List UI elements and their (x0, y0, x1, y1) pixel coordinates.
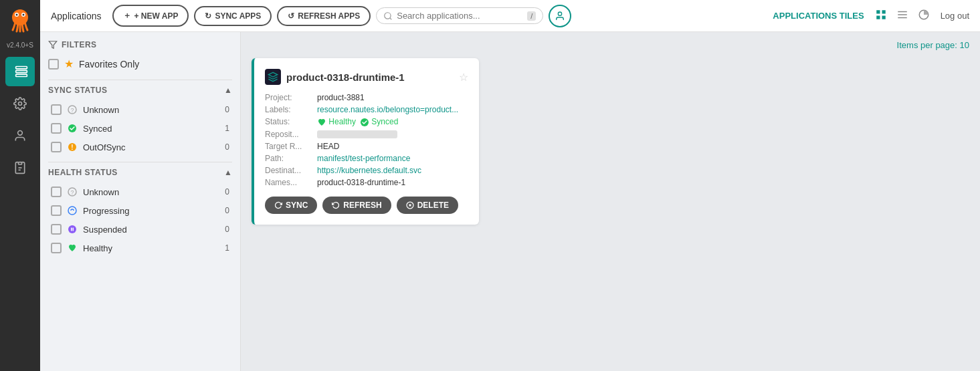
delete-button[interactable]: DELETE (397, 197, 458, 214)
filter-health-suspended: Suspended 0 (48, 220, 232, 239)
view-icons (872, 6, 933, 25)
sync-action-icon (274, 201, 282, 209)
apps-topbar: Items per page: 10 (252, 40, 969, 50)
sync-unknown-label: Unknown (83, 105, 213, 115)
app-labels-field: Labels: resource.nautes.io/belongsto=pro… (265, 105, 468, 114)
sync-unknown-checkbox[interactable] (51, 104, 62, 115)
svg-point-31 (68, 207, 76, 215)
app-path-value: manifest/test-performance (317, 154, 468, 163)
app-target-value: HEAD (317, 142, 468, 151)
health-progressing-count: 0 (219, 206, 229, 215)
app-project-value: product-3881 (317, 93, 468, 102)
sync-unknown-count: 0 (219, 105, 229, 114)
main-content: Applications ＋ + NEW APP ↻ SYNC APPS ↺ R… (40, 0, 980, 371)
sidebar-item-applications[interactable] (5, 57, 35, 86)
sync-synced-checkbox[interactable] (51, 123, 62, 134)
app-target-field: Target R... HEAD (265, 142, 468, 151)
favorites-checkbox[interactable] (48, 59, 59, 70)
health-progressing-checkbox[interactable] (51, 205, 62, 216)
favorite-star-icon[interactable]: ☆ (459, 71, 468, 84)
filter-header: FILTERS (48, 40, 232, 49)
filter-sync-outofsync: ! OutOfSync 0 (48, 138, 232, 156)
refresh-apps-button[interactable]: ↺ REFRESH APPS (277, 6, 371, 26)
sync-apps-button[interactable]: ↻ SYNC APPS (194, 6, 272, 26)
app-path-field: Path: manifest/test-performance (265, 154, 468, 163)
topbar: Applications ＋ + NEW APP ↻ SYNC APPS ↺ R… (40, 0, 980, 32)
svg-text:?: ? (70, 189, 74, 196)
app-labels-value: resource.nautes.io/belongsto=product... (317, 105, 468, 114)
sync-outofsync-checkbox[interactable] (51, 142, 62, 152)
filter-health-progressing: Progressing 0 (48, 201, 232, 220)
app-status-field: Status: Healthy Synced (265, 117, 468, 127)
sidebar-item-clipboard[interactable] (5, 153, 35, 182)
favorites-row: ★ Favorites Only (48, 57, 232, 70)
list-view-icon[interactable] (894, 6, 911, 25)
svg-rect-6 (15, 70, 27, 72)
health-status-toggle[interactable]: ▲ (224, 168, 232, 177)
app-title-right: APPLICATIONS TILES (773, 11, 864, 21)
svg-rect-7 (15, 74, 27, 76)
health-progressing-label: Progressing (83, 206, 213, 216)
health-unknown-label: Unknown (83, 187, 213, 197)
app-card-title: product-0318-druntime-1 (265, 69, 405, 85)
health-healthy-checkbox[interactable] (51, 243, 62, 253)
user-avatar[interactable] (549, 5, 571, 27)
outofsync-circle-icon: ! (67, 142, 78, 152)
items-per-page[interactable]: Items per page: 10 (897, 40, 969, 50)
unknown-health-icon: ? (67, 187, 78, 197)
app-card: product-0318-druntime-1 ☆ Project: produ… (252, 58, 479, 225)
sidebar: v2.4.0+S (0, 0, 40, 371)
sidebar-item-user[interactable] (5, 121, 35, 150)
filter-icon (48, 40, 58, 49)
delete-action-icon (406, 201, 414, 209)
filter-health-healthy: Healthy 1 (48, 239, 232, 257)
healthy-heart-icon (67, 243, 78, 253)
search-input[interactable] (397, 11, 523, 21)
health-status-header: HEALTH STATUS ▲ (48, 168, 232, 177)
health-healthy-count: 1 (219, 243, 229, 253)
favorites-label: Favorites Only (79, 59, 139, 70)
filter-sidebar: FILTERS ★ Favorites Only SYNC STATUS ▲ ? (40, 32, 241, 371)
chart-view-icon[interactable] (915, 6, 933, 25)
status-synced: Synced (360, 117, 398, 127)
sync-button[interactable]: SYNC (265, 197, 317, 214)
filter-health-unknown: ? Unknown 0 (48, 182, 232, 201)
svg-point-9 (18, 131, 23, 136)
version-label: v2.4.0+S (7, 41, 33, 49)
unknown-circle-icon: ? (67, 104, 78, 115)
svg-marker-23 (49, 41, 57, 49)
health-suspended-checkbox[interactable] (51, 224, 62, 235)
svg-point-3 (16, 14, 18, 16)
topbar-left: Applications ＋ + NEW APP ↻ SYNC APPS ↺ R… (51, 5, 571, 27)
svg-rect-10 (19, 162, 22, 164)
sidebar-item-settings[interactable] (5, 89, 35, 118)
sync-status-toggle[interactable]: ▲ (224, 86, 232, 95)
sync-synced-count: 1 (219, 124, 229, 133)
app-card-actions: SYNC REFRESH DELETE (265, 197, 468, 214)
refresh-action-icon (332, 201, 340, 209)
new-app-button[interactable]: ＋ + NEW APP (112, 5, 189, 27)
app-repo-field: Reposit... (265, 130, 468, 139)
filter-sync-unknown: ? Unknown 0 (48, 100, 232, 119)
svg-text:!: ! (71, 144, 73, 151)
logout-button[interactable]: Log out (941, 11, 969, 21)
app-namespace-value: product-0318-druntime-1 (317, 178, 468, 187)
app-card-header: product-0318-druntime-1 ☆ (265, 69, 468, 85)
svg-rect-33 (71, 228, 72, 231)
svg-rect-34 (73, 228, 74, 231)
health-unknown-checkbox[interactable] (51, 187, 62, 197)
topbar-right: APPLICATIONS TILES Log out (773, 6, 969, 25)
grid-view-icon[interactable] (872, 6, 890, 25)
svg-point-4 (23, 14, 25, 16)
plus-icon: ＋ (123, 10, 131, 21)
sync-outofsync-count: 0 (219, 142, 229, 152)
app-icon (265, 69, 281, 85)
search-icon (383, 11, 393, 21)
search-kbd: / (527, 11, 536, 21)
sync-outofsync-label: OutOfSync (83, 142, 213, 152)
app-destination-value: https://kubernetes.default.svc (317, 166, 468, 175)
divider-1 (48, 80, 232, 80)
search-container: / (376, 7, 543, 24)
refresh-icon: ↺ (288, 11, 294, 21)
refresh-button[interactable]: REFRESH (322, 197, 391, 214)
